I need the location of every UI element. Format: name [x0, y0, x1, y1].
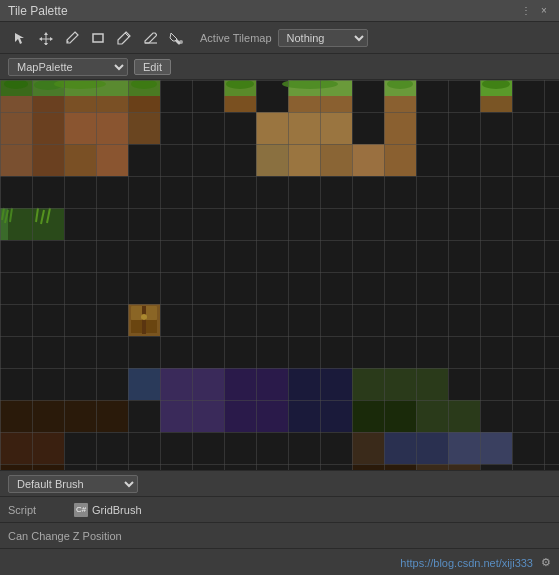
svg-rect-104 — [0, 80, 559, 470]
watermark-row: https://blog.csdn.net/xiji333 ⚙ — [0, 549, 559, 575]
active-tilemap-select[interactable]: Nothing — [278, 29, 368, 47]
picker-tool-button[interactable] — [112, 26, 136, 50]
brush-row: Default Brush — [0, 471, 559, 497]
title-bar: Tile Palette ⋮ × — [0, 0, 559, 22]
script-label: Script — [8, 504, 68, 516]
tile-grid-area[interactable] — [0, 80, 559, 470]
svg-point-3 — [179, 40, 183, 44]
palette-header: MapPalette Edit — [0, 54, 559, 80]
fill-tool-button[interactable] — [164, 26, 188, 50]
bottom-section: Default Brush Script C# GridBrush Can Ch… — [0, 470, 559, 575]
brush-select[interactable]: Default Brush — [8, 475, 138, 493]
script-icon: C# — [74, 503, 88, 517]
paint-tool-button[interactable] — [60, 26, 84, 50]
can-change-label: Can Change Z Position — [8, 530, 122, 542]
erase-tool-button[interactable] — [138, 26, 162, 50]
window-title: Tile Palette — [8, 4, 68, 18]
toolbar: Active Tilemap Nothing — [0, 22, 559, 54]
can-change-z-row: Can Change Z Position — [0, 523, 559, 549]
move-tool-button[interactable] — [34, 26, 58, 50]
palette-select[interactable]: MapPalette — [8, 58, 128, 76]
more-options-icon[interactable]: ⋮ — [519, 4, 533, 18]
close-icon[interactable]: × — [537, 4, 551, 18]
edit-button[interactable]: Edit — [134, 59, 171, 75]
script-value-container: C# GridBrush — [74, 503, 142, 517]
tile-palette-canvas[interactable] — [0, 80, 559, 470]
select-tool-button[interactable] — [8, 26, 32, 50]
active-tilemap-label: Active Tilemap — [200, 32, 272, 44]
script-row: Script C# GridBrush — [0, 497, 559, 523]
svg-rect-0 — [93, 34, 103, 42]
rect-tool-button[interactable] — [86, 26, 110, 50]
watermark-text: https://blog.csdn.net/xiji333 — [400, 557, 533, 569]
settings-icon[interactable]: ⚙ — [541, 556, 551, 569]
title-bar-controls: ⋮ × — [519, 4, 551, 18]
script-value: GridBrush — [92, 504, 142, 516]
